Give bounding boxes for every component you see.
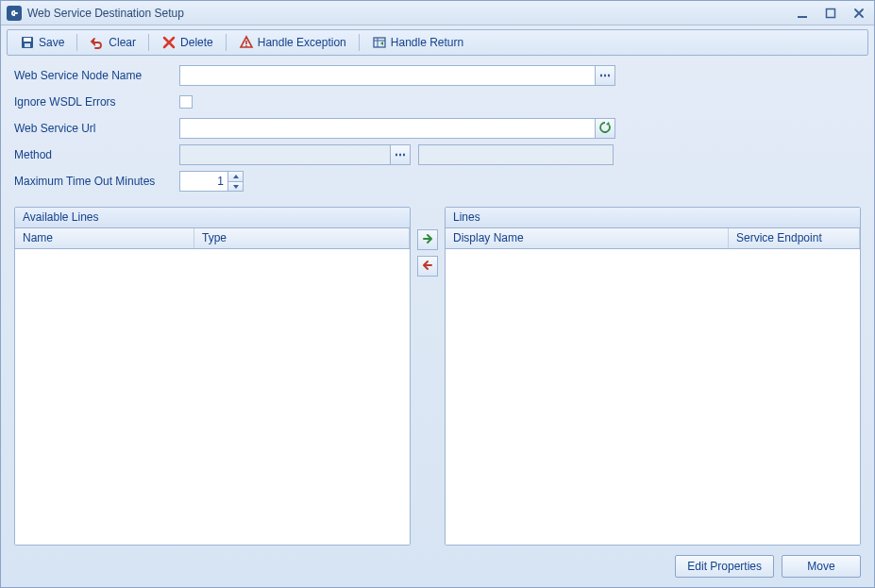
footer: Edit Properties Move <box>1 551 874 587</box>
timeout-down-button[interactable] <box>228 181 244 192</box>
toolbar-separator <box>76 34 77 51</box>
col-service-endpoint[interactable]: Service Endpoint <box>729 228 860 248</box>
timeout-spinner <box>179 171 244 192</box>
svg-rect-5 <box>245 41 247 44</box>
ignore-wsdl-label: Ignore WSDL Errors <box>14 95 179 109</box>
svg-rect-0 <box>798 16 807 18</box>
url-input[interactable] <box>179 118 595 139</box>
handle-exception-button[interactable]: Handle Exception <box>232 32 353 53</box>
move-button[interactable]: Move <box>782 555 861 578</box>
minimize-button[interactable] <box>793 6 812 21</box>
arrow-left-icon <box>421 259 434 275</box>
row-url: Web Service Url <box>14 118 861 139</box>
toolbar: Save Clear Delete Handle Exception <box>7 29 868 56</box>
link-icon <box>7 6 22 21</box>
app-window: Web Service Destination Setup Save <box>0 0 875 588</box>
ellipsis-icon: ⋯ <box>599 69 611 82</box>
row-timeout: Maximum Time Out Minutes <box>14 171 861 192</box>
timeout-label: Maximum Time Out Minutes <box>14 175 179 188</box>
col-type[interactable]: Type <box>194 228 410 248</box>
node-name-browse-button[interactable]: ⋯ <box>595 65 615 86</box>
available-lines-grid: Name Type <box>15 228 410 545</box>
lines-header: Display Name Service Endpoint <box>446 228 860 249</box>
save-label: Save <box>39 36 64 49</box>
lines-panel: Lines Display Name Service Endpoint <box>445 207 861 546</box>
handle-return-label: Handle Return <box>391 36 463 49</box>
col-display-name[interactable]: Display Name <box>446 228 729 248</box>
url-label: Web Service Url <box>14 122 179 135</box>
row-method: Method ⋯ <box>14 144 861 165</box>
save-button[interactable]: Save <box>13 32 71 53</box>
available-lines-title: Available Lines <box>15 208 410 228</box>
title-bar: Web Service Destination Setup <box>1 1 874 25</box>
ellipsis-icon: ⋯ <box>395 148 406 161</box>
refresh-icon <box>598 121 612 137</box>
handle-return-button[interactable]: Handle Return <box>365 32 470 53</box>
svg-rect-1 <box>827 8 835 17</box>
row-node-name: Web Service Node Name ⋯ <box>14 65 861 86</box>
lines-grid: Display Name Service Endpoint <box>446 228 860 545</box>
undo-icon <box>90 35 105 50</box>
delete-button[interactable]: Delete <box>155 32 220 53</box>
timeout-up-button[interactable] <box>228 171 244 181</box>
toolbar-separator <box>148 34 149 51</box>
delete-icon <box>161 35 177 50</box>
svg-rect-7 <box>374 38 385 47</box>
arrow-right-icon <box>421 232 434 248</box>
delete-label: Delete <box>180 36 213 49</box>
method-browse-button[interactable]: ⋯ <box>390 144 411 165</box>
move-right-button[interactable] <box>417 229 438 250</box>
edit-properties-button[interactable]: Edit Properties <box>675 555 774 578</box>
node-name-input[interactable] <box>179 65 595 86</box>
toolbar-separator <box>359 34 360 51</box>
warning-icon <box>239 35 254 50</box>
method-label: Method <box>14 148 179 161</box>
return-table-icon <box>372 35 387 50</box>
lines-title: Lines <box>446 208 860 228</box>
method-display-input <box>418 144 614 165</box>
timeout-input[interactable] <box>179 171 228 192</box>
clear-button[interactable]: Clear <box>83 32 143 53</box>
col-name[interactable]: Name <box>15 228 194 248</box>
maximize-button[interactable] <box>821 6 840 21</box>
available-lines-panel: Available Lines Name Type <box>14 207 411 546</box>
available-lines-header: Name Type <box>15 228 410 249</box>
url-refresh-button[interactable] <box>595 118 615 139</box>
toolbar-separator <box>226 34 227 51</box>
transfer-buttons <box>416 207 439 546</box>
row-ignore-wsdl: Ignore WSDL Errors <box>14 92 861 112</box>
close-button[interactable] <box>850 6 868 21</box>
form-area: Web Service Node Name ⋯ Ignore WSDL Erro… <box>1 56 874 203</box>
panels: Available Lines Name Type <box>1 203 874 551</box>
handle-exception-label: Handle Exception <box>258 36 346 49</box>
svg-rect-6 <box>245 45 247 47</box>
window-title: Web Service Destination Setup <box>27 7 793 20</box>
window-buttons <box>793 6 868 21</box>
available-lines-body[interactable] <box>15 249 410 545</box>
lines-body[interactable] <box>446 249 860 545</box>
node-name-label: Web Service Node Name <box>14 69 179 82</box>
svg-rect-4 <box>25 43 30 47</box>
clear-label: Clear <box>109 36 136 49</box>
ignore-wsdl-checkbox[interactable] <box>179 95 193 109</box>
svg-rect-3 <box>24 38 31 42</box>
save-icon <box>20 35 35 50</box>
method-input[interactable] <box>179 144 390 165</box>
move-left-button[interactable] <box>417 256 438 277</box>
